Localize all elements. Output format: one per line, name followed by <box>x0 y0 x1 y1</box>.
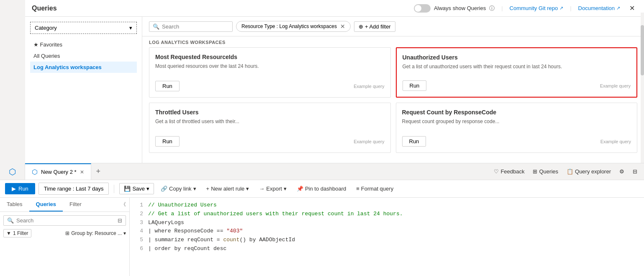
add-tab-button[interactable]: + <box>91 163 106 180</box>
card-title-3: Request Count by ResponseCode <box>402 109 631 116</box>
left-panel: Tables Queries Filter 《 🔍 ⊟ ▼ <box>0 198 130 276</box>
tab-icon: ⬡ <box>32 168 38 176</box>
left-panel-body: 🔍 ⊟ ▼ 1 Filter ⊞ Group by: Resource ... … <box>0 212 129 276</box>
queries-header-right: Always show Queries ⓘ | Community Git re… <box>414 3 637 13</box>
card-desc-1: Get a list of unauthorized users with th… <box>403 63 631 70</box>
card-run-button-0[interactable]: Run <box>155 81 180 91</box>
code-line-6: 6| order by reqCount desc <box>130 245 644 253</box>
code-text-5[interactable]: | summarize reqCount = count() by AADObj… <box>148 236 295 245</box>
queries-button[interactable]: ⊞ Queries <box>529 167 562 176</box>
code-text-4[interactable]: | where ResponseCode == "403" <box>148 227 243 236</box>
collapse-panel-button[interactable]: 《 <box>118 199 129 210</box>
code-line-4: 4| where ResponseCode == "403" <box>130 227 644 236</box>
pin-to-dashboard-button[interactable]: 📌 Pin to dashboard <box>293 183 349 194</box>
remove-filter-button[interactable]: ✕ <box>340 23 345 30</box>
toggle-knob <box>415 5 421 12</box>
code-line-1: 1// Unauthorized Users <box>130 201 644 210</box>
time-range-button[interactable]: Time range : Last 7 days <box>38 183 109 195</box>
pin-label: Pin to dashboard <box>305 186 346 192</box>
heart-icon: ♡ <box>494 168 499 175</box>
format-query-button[interactable]: ≡ Format query <box>353 183 397 194</box>
tab-new-query-2[interactable]: ⬡ New Query 2 * ✕ <box>25 163 91 180</box>
card-title-0: Most Requested ResourceIds <box>155 54 385 60</box>
left-search-icon: 🔍 <box>7 217 14 224</box>
card-run-button-2[interactable]: Run <box>155 136 180 147</box>
panels-button[interactable]: ⊟ <box>629 167 641 176</box>
query-explorer-button[interactable]: 📋 Query explorer <box>563 167 614 176</box>
queries-label: Queries <box>539 168 558 175</box>
line-number-3: 3 <box>133 219 143 227</box>
add-filter-icon: ⊕ <box>359 23 363 30</box>
scrollbar-thumb[interactable] <box>641 25 644 75</box>
scrollbar-track[interactable] <box>641 17 644 163</box>
external-link-icon-2: ↗ <box>616 5 620 11</box>
save-button[interactable]: 💾 Save ▾ <box>119 183 154 194</box>
card-run-button-3[interactable]: Run <box>402 136 426 147</box>
left-search-input[interactable] <box>16 217 115 224</box>
close-button[interactable]: ✕ <box>627 3 637 13</box>
queries-body: Category ▾ ★ Favorites All Queries Log A… <box>25 17 644 163</box>
example-label-0: Example query <box>354 84 384 89</box>
community-git-link[interactable]: Community Git repo ↗ <box>510 5 564 11</box>
new-alert-label: New alert rule <box>211 186 244 192</box>
always-show-toggle[interactable] <box>414 4 431 13</box>
query-card-0[interactable]: Most Requested ResourceIds Most queried … <box>149 47 391 98</box>
tab-tables[interactable]: Tables <box>0 198 29 212</box>
left-search-filter-icon: ⊟ <box>118 217 122 224</box>
resource-type-filter[interactable]: Resource Type : Log Analytics workspaces… <box>236 21 351 32</box>
search-input[interactable] <box>162 23 221 30</box>
tab-close-button[interactable]: ✕ <box>80 169 84 175</box>
example-label-1: Example query <box>600 83 631 88</box>
code-text-3[interactable]: LAQueryLogs <box>148 219 184 227</box>
editor-content: Tables Queries Filter 《 🔍 ⊟ ▼ <box>0 198 644 276</box>
queries-main: 🔍 Resource Type : Log Analytics workspac… <box>142 17 644 163</box>
query-card-1[interactable]: Unauthorized Users Get a list of unautho… <box>396 47 638 98</box>
queries-tab-label: Queries <box>36 201 56 207</box>
group-by-button[interactable]: ⊞ Group by: Resource ... ▾ <box>65 230 126 236</box>
code-text-6[interactable]: | order by reqCount desc <box>148 245 226 253</box>
query-card-3[interactable]: Request Count by ResponseCode Request co… <box>396 103 638 153</box>
code-editor[interactable]: 1// Unauthorized Users2// Get a list of … <box>130 198 644 276</box>
all-queries-label: All Queries <box>33 53 60 59</box>
run-button[interactable]: ▶ Run <box>5 183 35 194</box>
tab-queries[interactable]: Queries <box>29 198 63 212</box>
query-card-2[interactable]: Throttled Users Get a list of throttled … <box>149 103 391 153</box>
editor-toolbar: ▶ Run Time range : Last 7 days 💾 Save ▾ … <box>0 180 644 198</box>
tab-bar: ⬡ ⬡ New Query 2 * ✕ + ♡ Feedback ⊞ Queri… <box>0 163 644 180</box>
code-text-1[interactable]: // Unauthorized Users <box>148 201 217 210</box>
info-icon: ⓘ <box>489 5 495 12</box>
new-alert-button[interactable]: + New alert rule ▾ <box>203 183 253 194</box>
copy-link-chevron-icon: ▾ <box>193 186 196 192</box>
left-search-wrap[interactable]: 🔍 ⊟ <box>3 215 126 226</box>
category-dropdown[interactable]: Category ▾ <box>30 22 137 34</box>
copy-link-button[interactable]: 🔗 Copy link ▾ <box>157 183 199 194</box>
search-icon: 🔍 <box>153 23 159 30</box>
favorites-label: ★ Favorites <box>33 41 62 48</box>
explorer-icon: 📋 <box>567 168 573 175</box>
code-text-2[interactable]: // Get a list of unauthorized users with… <box>148 210 403 219</box>
sidebar-item-log-analytics[interactable]: Log Analytics workspaces <box>30 62 137 73</box>
filter-chip[interactable]: ▼ 1 Filter <box>3 229 31 237</box>
line-number-6: 6 <box>133 245 143 253</box>
card-desc-2: Get a list of throttled users with their… <box>155 118 385 125</box>
card-title-1: Unauthorized Users <box>403 54 631 61</box>
export-icon: → <box>259 186 264 192</box>
tab-filter[interactable]: Filter <box>63 198 88 212</box>
feedback-button[interactable]: ♡ Feedback <box>490 167 528 176</box>
filter-tab-label: Filter <box>69 201 82 207</box>
docs-link[interactable]: Documentation ↗ <box>578 5 620 11</box>
card-run-button-1[interactable]: Run <box>403 80 427 91</box>
add-filter-button[interactable]: ⊕ + Add filter <box>354 21 395 32</box>
search-input-wrap[interactable]: 🔍 <box>149 21 233 32</box>
play-icon: ▶ <box>12 186 16 192</box>
card-footer-2: Run Example query <box>155 136 385 147</box>
run-label: Run <box>18 186 28 192</box>
filter-chip-label: 1 Filter <box>13 230 28 236</box>
export-button[interactable]: → Export ▾ <box>256 183 290 194</box>
settings-button[interactable]: ⚙ <box>616 167 628 176</box>
time-range-label: Time range : Last 7 days <box>44 186 104 192</box>
sidebar-item-favorites[interactable]: ★ Favorites <box>30 39 137 50</box>
sidebar-item-all-queries[interactable]: All Queries <box>30 50 137 62</box>
community-git-label: Community Git repo <box>510 5 558 11</box>
toggle-container: Always show Queries ⓘ <box>414 4 495 13</box>
